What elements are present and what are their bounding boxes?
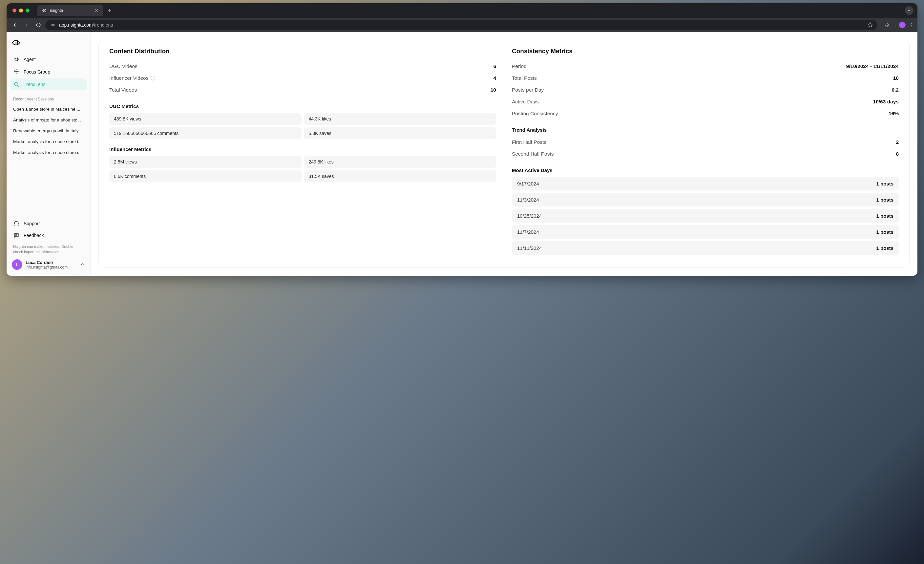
session-item[interactable]: Analysis of mrcato for a shoe sto... <box>10 115 87 125</box>
sidebar-item-agent[interactable]: Agent <box>10 54 87 65</box>
svg-marker-5 <box>868 22 872 27</box>
app-logo[interactable] <box>12 38 85 48</box>
megaphone-icon <box>13 56 20 63</box>
active-day-date: 11/3/2024 <box>517 197 539 203</box>
active-day-count: 1 posts <box>876 197 894 203</box>
kv-row: Influencer Videosi4 <box>109 72 496 84</box>
kv-row: Active Days10/63 days <box>512 96 899 108</box>
session-item[interactable]: Open a shoe store in Malcesine ... <box>10 104 87 114</box>
kv-value: 10/63 days <box>873 99 899 105</box>
content-distribution-column: Content Distribution UGC Videos6Influenc… <box>109 48 496 257</box>
browser-profile-button[interactable]: L <box>899 22 906 28</box>
kv-row: Second Half Posts8 <box>512 148 899 160</box>
kv-label: Period <box>512 63 526 69</box>
svg-point-6 <box>14 83 18 86</box>
address-bar[interactable]: app.nsighta.com/trendlens <box>45 20 878 30</box>
tabs-dropdown-button[interactable] <box>905 6 914 15</box>
metric-chip: 31.5K saves <box>304 170 496 182</box>
kv-value: 10 <box>893 75 899 81</box>
kv-value: 0.2 <box>891 87 899 93</box>
forward-button[interactable] <box>22 20 32 30</box>
influencer-metrics-title: Influencer Metrics <box>109 146 496 152</box>
site-info-icon[interactable] <box>50 22 56 28</box>
kv-row: UGC Videos6 <box>109 61 496 72</box>
kv-row: Total Videos10 <box>109 84 496 96</box>
active-day-row: 11/3/20241 posts <box>512 193 899 206</box>
feedback-label: Feedback <box>24 233 44 238</box>
sidebar-item-trendlens[interactable]: TrendLens <box>10 78 87 90</box>
tab-close-button[interactable]: ✕ <box>94 8 98 13</box>
new-tab-button[interactable]: + <box>108 7 111 14</box>
browser-tab-bar: nsighta ✕ + <box>7 3 917 18</box>
kv-value: 4 <box>493 75 496 81</box>
kv-value: 9/10/2024 - 11/11/2024 <box>846 63 899 69</box>
sidebar-item-feedback[interactable]: Feedback <box>10 230 87 241</box>
consistency-column: Consistency Metrics Period9/10/2024 - 11… <box>512 48 899 257</box>
url-host: app.nsighta.com/trendlens <box>59 22 113 27</box>
active-day-count: 1 posts <box>876 213 894 219</box>
metric-chip: 519.1666666666666 comments <box>109 127 302 139</box>
back-button[interactable] <box>10 20 20 30</box>
browser-toolbar: app.nsighta.com/trendlens | L ⋮ <box>7 18 917 32</box>
sidebar-item-support[interactable]: Support <box>10 218 87 230</box>
sidebar: Agent Focus Group TrendLens Recent Agent… <box>7 32 91 276</box>
browser-tab[interactable]: nsighta ✕ <box>38 5 103 16</box>
kv-value: 6 <box>493 63 496 69</box>
kv-label: Active Days <box>512 99 539 105</box>
kv-label: Total Posts <box>512 75 537 81</box>
main-content: Content Distribution UGC Videos6Influenc… <box>91 32 917 276</box>
metric-chip: 249.8K likes <box>304 156 496 168</box>
active-day-row: 11/11/20241 posts <box>512 241 899 255</box>
headset-icon <box>13 220 20 227</box>
reload-button[interactable] <box>33 20 44 30</box>
svg-point-3 <box>52 25 52 25</box>
metrics-card: Content Distribution UGC Videos6Influenc… <box>98 39 910 268</box>
metric-chip: 5.3K saves <box>304 127 496 139</box>
kv-label: Total Videos <box>109 87 137 93</box>
kv-value: 2 <box>896 139 899 145</box>
session-item[interactable]: Renewable energy growth in Italy <box>10 126 87 136</box>
browser-menu-button[interactable]: ⋮ <box>909 22 914 28</box>
active-day-row: 9/17/20241 posts <box>512 177 899 190</box>
kv-label: Second Half Posts <box>512 151 554 157</box>
user-name: Luca Cordioli <box>26 260 68 265</box>
metric-chip: 489.8K views <box>109 113 302 125</box>
active-day-count: 1 posts <box>876 229 894 235</box>
close-window-button[interactable] <box>12 9 16 12</box>
kv-value: 16% <box>889 111 899 117</box>
app-area: Agent Focus Group TrendLens Recent Agent… <box>7 32 917 276</box>
ugc-metrics-grid: 489.8K views44.3K likes519.1666666666666… <box>109 113 496 139</box>
recent-sessions-label: Recent Agent Sessions <box>13 97 84 101</box>
ugc-metrics-title: UGC Metrics <box>109 104 496 109</box>
support-label: Support <box>24 221 40 226</box>
influencer-metrics-grid: 2.5M views249.8K likes6.6K comments31.5K… <box>109 156 496 182</box>
sidebar-item-focus-group[interactable]: Focus Group <box>10 66 87 78</box>
kv-value: 8 <box>896 151 899 157</box>
minimize-window-button[interactable] <box>19 9 23 12</box>
metric-chip: 6.6K comments <box>109 170 302 182</box>
kv-row: Posting Consistency16% <box>512 108 899 120</box>
trend-analysis-title: Trend Analysis <box>512 127 899 132</box>
bookmark-button[interactable] <box>868 22 873 28</box>
tab-favicon-icon <box>42 8 46 13</box>
session-item[interactable]: Market analysis for a shoe store i... <box>10 137 87 147</box>
svg-rect-9 <box>18 224 19 225</box>
fullscreen-window-button[interactable] <box>26 9 30 12</box>
content-distribution-title: Content Distribution <box>109 48 496 55</box>
active-day-date: 10/25/2024 <box>517 213 542 219</box>
kv-label: UGC Videos <box>109 63 138 69</box>
extensions-button[interactable] <box>883 21 891 29</box>
svg-rect-8 <box>14 224 15 225</box>
sidebar-item-label: Agent <box>24 57 36 62</box>
search-icon <box>13 81 20 88</box>
info-icon[interactable]: i <box>151 76 155 80</box>
tab-title: nsighta <box>50 8 63 13</box>
window-controls <box>12 9 30 12</box>
browser-window: nsighta ✕ + app.nsighta.com/trendlens <box>7 3 917 276</box>
kv-label: First Half Posts <box>512 139 546 145</box>
user-menu[interactable]: L Luca Cordioli info.nsighta@gmail.com <box>10 256 87 271</box>
message-icon <box>13 232 20 239</box>
svg-line-7 <box>17 85 18 86</box>
avatar: L <box>12 259 22 270</box>
session-item[interactable]: Market analysis for a shoe store i... <box>10 147 87 158</box>
